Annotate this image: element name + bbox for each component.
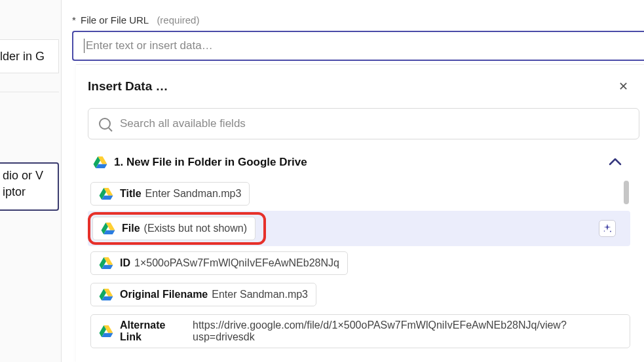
- field-name: Title: [120, 188, 142, 200]
- close-icon[interactable]: ✕: [616, 77, 631, 96]
- google-drive-icon: [101, 222, 115, 235]
- field-item-id[interactable]: ID 1×500oPASw7FmWlQniIvEFeAwNEb28NJq: [90, 251, 348, 275]
- ai-suggest-button[interactable]: [599, 220, 616, 237]
- field-item-row-highlighted: File (Exists but not shown): [88, 211, 630, 246]
- google-drive-icon: [99, 288, 113, 301]
- scrollbar-thumb[interactable]: [624, 181, 629, 204]
- file-url-input[interactable]: Enter text or insert data…: [72, 31, 644, 61]
- required-asterisk: *: [72, 14, 76, 26]
- google-drive-icon: [93, 156, 107, 169]
- google-drive-icon: [99, 325, 113, 338]
- field-item-title[interactable]: Title Enter Sandman.mp3: [90, 182, 250, 206]
- search-placeholder: Search all available fields: [120, 117, 246, 130]
- chevron-up-icon: [609, 154, 622, 169]
- left-step-card-2-line1: dio or V: [3, 168, 55, 184]
- field-item-original-filename[interactable]: Original Filename Enter Sandman.mp3: [90, 283, 316, 306]
- vertical-separator: [61, 0, 62, 362]
- search-icon: [99, 118, 111, 130]
- left-step-card-2[interactable]: dio or V iptor: [0, 162, 59, 211]
- required-hint: (required): [157, 14, 199, 26]
- search-input[interactable]: Search all available fields: [88, 108, 639, 139]
- text-cursor: [84, 39, 85, 53]
- field-group-header[interactable]: 1. New File in Folder in Google Drive: [88, 151, 631, 178]
- field-name: Alternate Link: [120, 319, 189, 343]
- field-item-alternate-link[interactable]: Alternate Link https://drive.google.com/…: [90, 314, 630, 348]
- field-label: * File or File URL (required): [72, 14, 644, 26]
- google-drive-icon: [99, 257, 113, 270]
- left-step-card-2-line2: iptor: [3, 184, 55, 200]
- field-value: https://drive.google.com/file/d/1×500oPA…: [193, 319, 622, 343]
- field-value: Enter Sandman.mp3: [212, 289, 308, 300]
- annotation-highlight-ring: File (Exists but not shown): [88, 212, 266, 245]
- field-value: Enter Sandman.mp3: [145, 188, 242, 200]
- fields-scroll-area: Title Enter Sandman.mp3 File (Exists but…: [88, 178, 631, 350]
- scrollbar-track[interactable]: [622, 178, 630, 350]
- insert-data-panel: Insert Data … ✕ Search all available fie…: [76, 64, 644, 362]
- field-name: Original Filename: [120, 289, 208, 300]
- svg-point-10: [604, 230, 605, 232]
- google-drive-icon: [99, 187, 113, 200]
- left-divider: [0, 92, 59, 92]
- panel-title: Insert Data …: [88, 79, 168, 94]
- field-name: ID: [120, 257, 130, 269]
- svg-point-9: [610, 231, 611, 232]
- field-value: 1×500oPASw7FmWlQniIvEFeAwNEb28NJq: [134, 257, 339, 269]
- field-label-text: File or File URL: [81, 14, 149, 26]
- left-step-card-1[interactable]: lder in G: [0, 39, 59, 73]
- field-group-title: 1. New File in Folder in Google Drive: [114, 156, 609, 169]
- field-name: File: [122, 223, 140, 234]
- field-value: (Exists but not shown): [144, 223, 247, 234]
- field-item-file[interactable]: File (Exists but not shown): [92, 217, 256, 240]
- file-url-placeholder: Enter text or insert data…: [86, 39, 213, 52]
- left-partial-column: lder in G dio or V iptor: [0, 0, 61, 362]
- left-step-card-1-text: lder in G: [0, 50, 45, 63]
